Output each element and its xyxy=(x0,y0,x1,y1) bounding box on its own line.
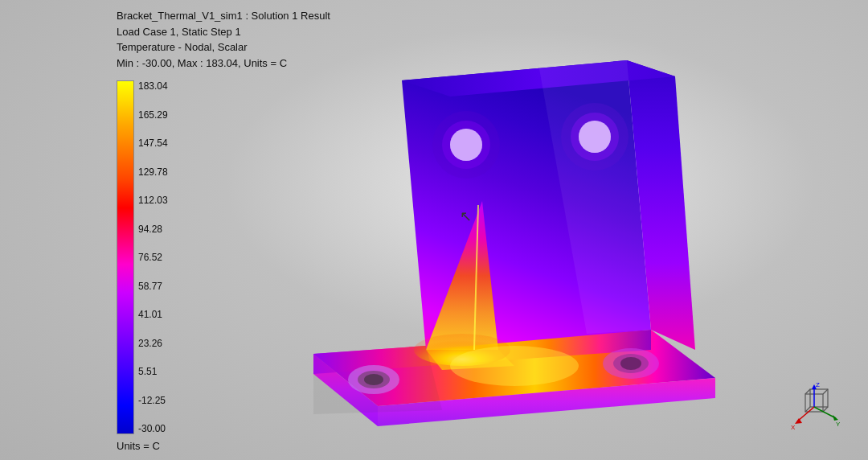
legend-value: 147.54 xyxy=(138,138,168,149)
svg-line-31 xyxy=(823,389,828,394)
legend-value: 183.04 xyxy=(138,80,168,92)
svg-text:Z: Z xyxy=(816,381,820,388)
axis-indicator: Z X Y xyxy=(788,380,844,436)
result-type-line: Temperature - Nodal, Scalar xyxy=(117,39,330,55)
svg-point-20 xyxy=(450,129,482,161)
legend-value: 41.01 xyxy=(138,309,168,320)
legend-value: 94.28 xyxy=(138,224,168,235)
bracket-3d-view xyxy=(201,16,828,450)
legend-value: 5.51 xyxy=(138,366,168,377)
range-line: Min : -30.00, Max : 183.04, Units = C xyxy=(117,55,330,72)
svg-line-32 xyxy=(823,407,828,412)
legend-value: 76.52 xyxy=(138,252,168,263)
svg-point-16 xyxy=(620,357,641,370)
svg-text:Y: Y xyxy=(836,421,841,428)
units-label: Units = C xyxy=(117,440,160,452)
legend-color-bar xyxy=(117,80,134,434)
title-line: Bracket_Thermal_V1_sim1 : Solution 1 Res… xyxy=(117,8,330,24)
load-case-line: Load Case 1, Static Step 1 xyxy=(117,24,330,40)
svg-marker-41 xyxy=(833,415,838,421)
svg-marker-38 xyxy=(795,418,802,424)
legend-value: 129.78 xyxy=(138,166,168,178)
svg-line-30 xyxy=(805,389,810,394)
legend-value: 112.03 xyxy=(138,195,168,206)
viewport: Bracket_Thermal_V1_sim1 : Solution 1 Res… xyxy=(0,0,868,460)
legend-value: 23.26 xyxy=(138,338,168,349)
info-overlay: Bracket_Thermal_V1_sim1 : Solution 1 Res… xyxy=(117,8,330,71)
legend-value: -12.25 xyxy=(138,395,168,406)
svg-marker-27 xyxy=(313,346,442,414)
svg-text:X: X xyxy=(791,424,796,431)
svg-line-40 xyxy=(814,407,836,418)
legend-value: -30.00 xyxy=(138,423,168,434)
svg-point-10 xyxy=(450,346,579,386)
legend-value: 58.77 xyxy=(138,281,168,292)
legend-value: 165.29 xyxy=(138,109,168,121)
legend-labels: 183.04165.29147.54129.78112.0394.2876.52… xyxy=(138,80,168,434)
legend xyxy=(117,80,134,434)
